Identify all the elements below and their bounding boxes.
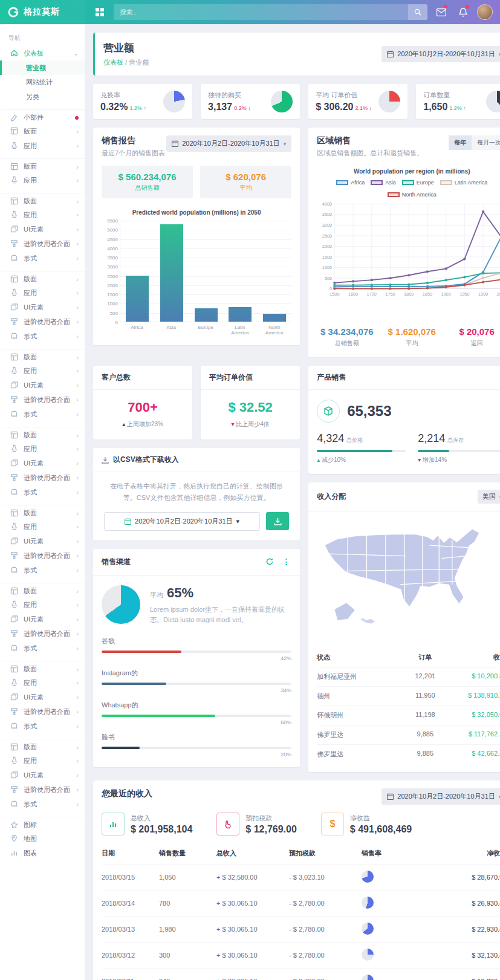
chevron-right-icon: › xyxy=(76,410,79,418)
sidebar-item-应用[interactable]: 应用› xyxy=(0,207,85,222)
sidebar-item-进阶使用者介面[interactable]: 进阶使用者介面› xyxy=(0,236,85,251)
app-icon xyxy=(10,756,19,765)
revenue-distribution-card: 收入分配 美国▾ xyxy=(308,482,500,772)
sidebar-item-版面[interactable]: 版面› xyxy=(0,505,85,519)
sidebar-item-应用[interactable]: 应用› xyxy=(0,597,85,612)
user-avatar[interactable] xyxy=(477,4,493,20)
sidebar-item-应用[interactable]: 应用› xyxy=(0,173,85,187)
sidebar-item-地图[interactable]: 地图 xyxy=(0,831,85,846)
customer-total-note: ▴ 上周增加23% xyxy=(99,420,186,429)
sidebar-item-版面[interactable]: 版面› xyxy=(0,427,85,441)
sidebar-item-形式[interactable]: 形式› xyxy=(0,407,85,421)
sidebar-item-进阶使用者介面[interactable]: 进阶使用者介面› xyxy=(0,392,85,407)
recent-income-date-range[interactable]: 2020年10月2日-2020年10月31日▾ xyxy=(381,788,500,805)
sidebar-item-进阶使用者介面[interactable]: 进阶使用者介面› xyxy=(0,314,85,329)
sidebar-item-版面[interactable]: 版面› xyxy=(0,124,85,138)
sidebar-item-应用[interactable]: 应用› xyxy=(0,441,85,456)
sidebar-item-进阶使用者介面[interactable]: 进阶使用者介面› xyxy=(0,626,85,641)
kpi-pie xyxy=(163,91,185,112)
sidebar-item-label: 地图 xyxy=(24,834,79,843)
layout-icon xyxy=(10,163,19,171)
sidebar-item-label: UI元素 xyxy=(24,537,71,546)
sidebar-item-进阶使用者介面[interactable]: 进阶使用者介面› xyxy=(0,470,85,485)
sidebar-item-UI元素[interactable]: UI元素› xyxy=(0,768,85,782)
layout-icon xyxy=(10,197,19,206)
period-button-yearly[interactable]: 每年 xyxy=(449,135,472,150)
sidebar-item-形式[interactable]: 形式› xyxy=(0,641,85,655)
sidebar-item-小部件[interactable]: 小部件 xyxy=(0,109,85,124)
csv-date-select[interactable]: 2020年10月2日-2020年10月31日▾ xyxy=(104,512,260,531)
chevron-right-icon: › xyxy=(76,226,79,233)
sales-report-date-range[interactable]: 2020年10月2日-2020年10月31日▾ xyxy=(166,135,291,152)
legend-item: Asia xyxy=(371,180,396,186)
refresh-icon[interactable] xyxy=(264,556,275,567)
top-bar: 格拉莫斯 xyxy=(0,0,500,24)
sidebar-item-应用[interactable]: 应用› xyxy=(0,519,85,534)
sidebar-item-版面[interactable]: 版面› xyxy=(0,193,85,207)
sidebar-item-形式[interactable]: 形式› xyxy=(0,329,85,343)
sidebar-item-形式[interactable]: 形式› xyxy=(0,485,85,499)
table-row: 德州11,950$ 138,910.20 xyxy=(317,687,500,706)
sidebar-item-图表[interactable]: 图表 xyxy=(0,846,85,860)
page-date-range[interactable]: 2020年10月2日-2020年10月31日▾ xyxy=(381,46,500,62)
sidebar-item-UI元素[interactable]: UI元素› xyxy=(0,534,85,548)
csv-download-button[interactable] xyxy=(266,512,289,530)
sidebar-item-UI元素[interactable]: UI元素› xyxy=(0,222,85,236)
adv-icon xyxy=(10,551,19,560)
search-icon[interactable] xyxy=(408,4,427,20)
search-input[interactable] xyxy=(114,4,408,20)
sidebar-item-仪表板[interactable]: 仪表板⌄ xyxy=(0,46,85,60)
sidebar-item-形式[interactable]: 形式› xyxy=(0,719,85,733)
sidebar-item-另类[interactable]: 另类 xyxy=(0,89,85,104)
sidebar-item-进阶使用者介面[interactable]: 进阶使用者介面› xyxy=(0,782,85,797)
mail-icon[interactable] xyxy=(433,4,449,20)
sidebar-item-UI元素[interactable]: UI元素› xyxy=(0,612,85,626)
kebab-menu-icon[interactable]: ⋮ xyxy=(281,556,291,568)
sidebar-item-版面[interactable]: 版面› xyxy=(0,661,85,675)
kpi-card: 订单数量 1,6501.2% ↑ xyxy=(416,84,500,119)
sidebar-item-版面[interactable]: 版面› xyxy=(0,271,85,285)
chevron-right-icon: › xyxy=(76,523,79,530)
sidebar-item-网站统计[interactable]: 网站统计 xyxy=(0,75,85,89)
sidebar-item-应用[interactable]: 应用› xyxy=(0,285,85,300)
sales-rate-pie xyxy=(362,871,374,883)
sidebar-item-label: 进阶使用者介面 xyxy=(24,707,71,716)
bar xyxy=(263,314,286,322)
sidebar-item-版面[interactable]: 版面› xyxy=(0,739,85,753)
layout-icon xyxy=(10,431,19,440)
sidebar-item-UI元素[interactable]: UI元素› xyxy=(0,378,85,392)
sidebar-item-应用[interactable]: 应用› xyxy=(0,363,85,378)
sidebar-item-形式[interactable]: 形式› xyxy=(0,251,85,265)
chevron-right-icon: › xyxy=(76,367,79,374)
svg-text:1700: 1700 xyxy=(367,291,377,297)
kpi-label: 平均 订单价值 xyxy=(316,91,372,100)
sidebar-item-进阶使用者介面[interactable]: 进阶使用者介面› xyxy=(0,704,85,719)
customer-total-value: 700+ xyxy=(99,400,186,415)
breadcrumb-parent[interactable]: 仪表板 xyxy=(103,59,123,66)
sidebar-item-形式[interactable]: 形式› xyxy=(0,797,85,811)
country-select[interactable]: 美国▾ xyxy=(478,490,500,504)
sidebar-item-版面[interactable]: 版面› xyxy=(0,158,85,173)
income-stat: 总收入$ 201,958,104 xyxy=(102,813,192,836)
sidebar-item-应用[interactable]: 应用› xyxy=(0,753,85,768)
layout-icon xyxy=(10,509,19,518)
period-button-monthly[interactable]: 每月一次 xyxy=(472,135,500,150)
layout-icon xyxy=(10,665,19,673)
sidebar-item-UI元素[interactable]: UI元素› xyxy=(0,690,85,704)
sidebar-item-图标[interactable]: 图标 xyxy=(0,817,85,831)
sidebar-item-版面[interactable]: 版面› xyxy=(0,349,85,363)
sidebar-item-label: 进阶使用者介面 xyxy=(24,473,71,482)
sidebar-item-形式[interactable]: 形式› xyxy=(0,563,85,577)
bell-icon[interactable] xyxy=(455,4,471,20)
sidebar-item-版面[interactable]: 版面› xyxy=(0,583,85,597)
apps-grid-icon[interactable] xyxy=(92,4,108,20)
sidebar-item-UI元素[interactable]: UI元素› xyxy=(0,300,85,314)
table-header: 日期销售数量总收入预扣税款销售率净收益 xyxy=(102,843,500,865)
sidebar-item-UI元素[interactable]: UI元素› xyxy=(0,456,85,470)
channel-label: Whatsapp的 xyxy=(102,701,291,710)
sidebar-item-应用[interactable]: 应用› xyxy=(0,138,85,153)
sidebar-item-应用[interactable]: 应用› xyxy=(0,675,85,690)
sidebar-item-进阶使用者介面[interactable]: 进阶使用者介面› xyxy=(0,548,85,563)
sidebar-item-label: 版面 xyxy=(24,586,71,595)
sidebar-item-营业额[interactable]: 营业额 xyxy=(0,60,85,75)
